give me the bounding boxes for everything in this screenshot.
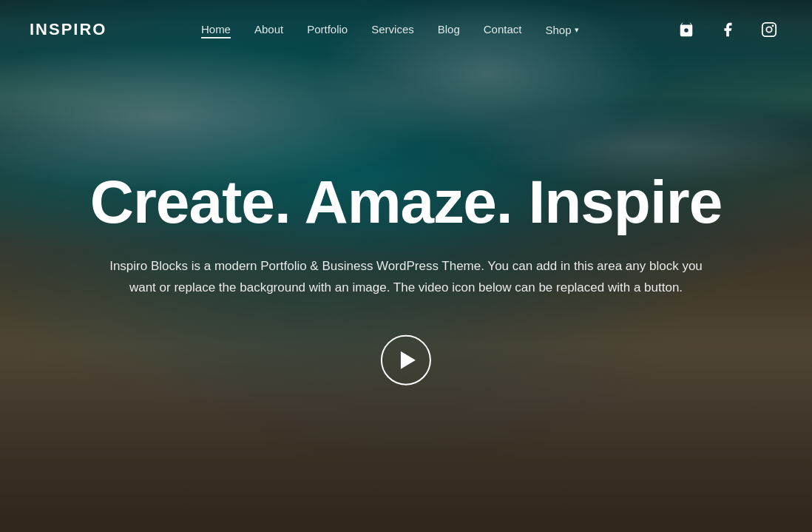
- play-icon: [401, 351, 416, 369]
- nav-link-contact[interactable]: Contact: [484, 23, 522, 36]
- nav-link-about[interactable]: About: [254, 23, 283, 36]
- nav-item-home[interactable]: Home: [201, 23, 231, 36]
- nav-item-portfolio[interactable]: Portfolio: [307, 23, 348, 36]
- nav-item-shop[interactable]: Shop ▾: [545, 24, 578, 36]
- cart-button[interactable]: [673, 16, 700, 43]
- hero-content: Create. Amaze. Inspire Inspiro Blocks is…: [41, 168, 771, 385]
- main-nav: INSPIRO Home About Portfolio Services Bl…: [0, 0, 812, 59]
- svg-rect-0: [762, 23, 776, 36]
- nav-link-portfolio[interactable]: Portfolio: [307, 23, 348, 36]
- facebook-icon: [720, 21, 736, 38]
- cart-icon: [678, 21, 694, 38]
- nav-link-services[interactable]: Services: [371, 23, 414, 36]
- svg-point-1: [766, 27, 771, 32]
- chevron-down-icon: ▾: [575, 25, 579, 35]
- play-button[interactable]: [381, 335, 431, 385]
- nav-item-about[interactable]: About: [254, 23, 283, 36]
- nav-item-services[interactable]: Services: [371, 23, 414, 36]
- nav-item-contact[interactable]: Contact: [484, 23, 522, 36]
- hero-title: Create. Amaze. Inspire: [41, 168, 771, 235]
- nav-item-blog[interactable]: Blog: [438, 23, 460, 36]
- site-logo[interactable]: INSPIRO: [30, 20, 106, 39]
- nav-icons: [673, 16, 782, 43]
- hero-subtitle: Inspiro Blocks is a modern Portfolio & B…: [103, 255, 709, 298]
- instagram-icon: [761, 21, 777, 38]
- nav-link-home[interactable]: Home: [201, 23, 231, 38]
- facebook-button[interactable]: [714, 16, 741, 43]
- svg-point-2: [772, 25, 774, 27]
- nav-link-shop[interactable]: Shop ▾: [545, 24, 578, 36]
- nav-link-blog[interactable]: Blog: [438, 23, 460, 36]
- nav-links: Home About Portfolio Services Blog Conta…: [201, 23, 579, 36]
- instagram-button[interactable]: [756, 16, 782, 43]
